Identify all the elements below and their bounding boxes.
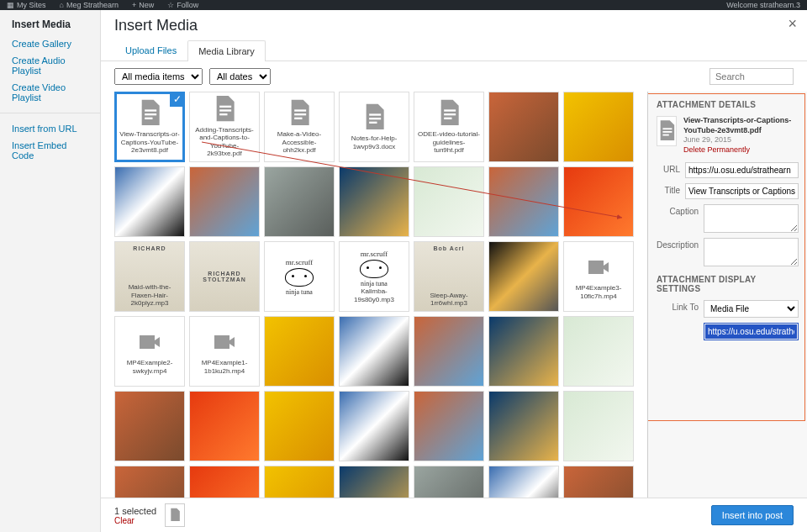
star-icon: ☆ <box>167 1 174 9</box>
admin-welcome[interactable]: Welcome strathearn.3 <box>726 1 800 9</box>
admin-mysites[interactable]: ▦ My Sites <box>7 1 46 9</box>
admin-new[interactable]: + New <box>132 1 154 9</box>
sites-icon: ▦ <box>7 1 14 9</box>
home-icon: ⌂ <box>60 1 64 9</box>
admin-bar: ▦ My Sites ⌂ Meg Strathearn + New ☆ Foll… <box>0 0 807 10</box>
admin-follow[interactable]: ☆ Follow <box>167 1 198 9</box>
plus-icon: + <box>132 1 136 9</box>
admin-home[interactable]: ⌂ Meg Strathearn <box>60 1 119 9</box>
